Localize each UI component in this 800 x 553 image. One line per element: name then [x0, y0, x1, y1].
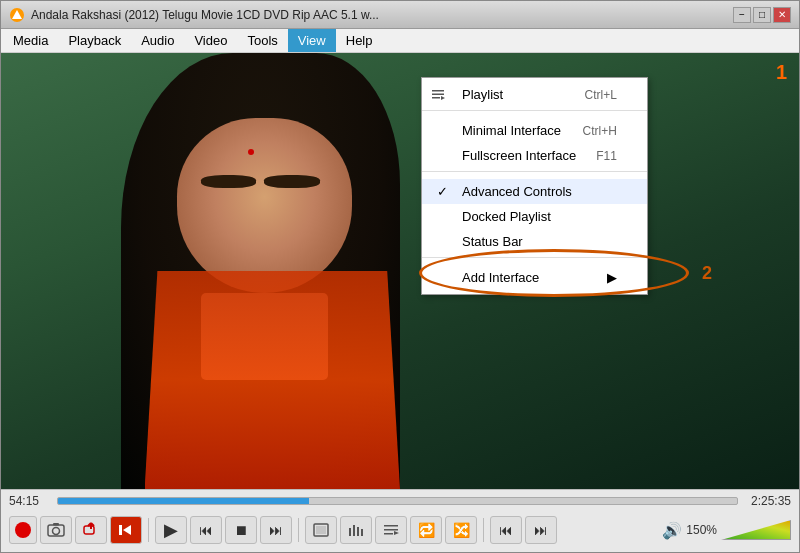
svg-rect-23 [384, 529, 398, 531]
menu-video[interactable]: Video [184, 29, 237, 52]
vlc-icon [9, 7, 25, 23]
submenu-arrow-icon: ▶ [607, 270, 617, 285]
window-title: Andala Rakshasi (2012) Telugu Movie 1CD … [31, 8, 733, 22]
svg-point-8 [53, 528, 60, 535]
volume-bar[interactable] [721, 520, 791, 540]
vlc-window: Andala Rakshasi (2012) Telugu Movie 1CD … [0, 0, 800, 553]
menu-item-status-bar[interactable]: Status Bar [422, 229, 647, 254]
equalizer-button[interactable] [340, 516, 372, 544]
svg-rect-5 [432, 97, 440, 99]
menu-separator-2 [422, 171, 647, 176]
prev-media-button[interactable]: ⏮ [490, 516, 522, 544]
svg-marker-25 [394, 531, 399, 535]
menu-playback[interactable]: Playback [58, 29, 131, 52]
progress-row: 54:15 2:25:35 [9, 494, 791, 508]
top-buttons-row: ▶ ⏮ ⏹ ⏭ [9, 512, 791, 548]
advanced-controls-checkmark: ✓ [437, 184, 448, 199]
menu-item-minimal[interactable]: Minimal Interface Ctrl+H [422, 118, 647, 143]
fullscreen-button[interactable] [305, 516, 337, 544]
menu-view[interactable]: View [288, 29, 336, 52]
frame-back-icon [117, 522, 135, 538]
advanced-controls-label: Advanced Controls [462, 184, 572, 199]
menu-separator-3 [422, 257, 647, 262]
menu-item-advanced-controls[interactable]: ✓ Advanced Controls [422, 179, 647, 204]
playlist-toggle-icon [382, 522, 400, 538]
record-icon [15, 522, 31, 538]
fullscreen-label: Fullscreen Interface [462, 148, 576, 163]
menu-tools[interactable]: Tools [237, 29, 287, 52]
playlist-toggle-button[interactable] [375, 516, 407, 544]
svg-rect-17 [316, 526, 326, 534]
svg-rect-19 [353, 525, 355, 536]
controls-area: 54:15 2:25:35 [1, 489, 799, 552]
main-content: 1 Playlist Ctrl+L Minimal Interfa [1, 53, 799, 489]
svg-rect-4 [432, 93, 444, 95]
svg-rect-3 [432, 90, 444, 92]
separator-2 [298, 518, 299, 542]
stop-button[interactable]: ⏹ [225, 516, 257, 544]
svg-rect-20 [357, 527, 359, 536]
loop-button[interactable] [75, 516, 107, 544]
maximize-button[interactable]: □ [753, 7, 771, 23]
step1-annotation: 1 [776, 61, 787, 84]
video-background [1, 53, 799, 489]
video-area[interactable]: 1 [1, 53, 799, 489]
current-time: 54:15 [9, 494, 49, 508]
prev-button[interactable]: ⏮ [190, 516, 222, 544]
playlist-label: Playlist [462, 87, 503, 102]
svg-rect-2 [14, 17, 20, 19]
close-button[interactable]: ✕ [773, 7, 791, 23]
loop-icon [82, 522, 100, 538]
progress-fill [58, 498, 309, 504]
fullscreen-icon [312, 522, 330, 538]
next-media-button[interactable]: ⏭ [525, 516, 557, 544]
end-time: 2:25:35 [746, 494, 791, 508]
next-button[interactable]: ⏭ [260, 516, 292, 544]
shuffle-button[interactable]: 🔀 [445, 516, 477, 544]
menu-media[interactable]: Media [3, 29, 58, 52]
equalizer-icon [347, 522, 365, 538]
svg-rect-24 [384, 533, 393, 535]
docked-playlist-label: Docked Playlist [462, 209, 551, 224]
minimize-button[interactable]: − [733, 7, 751, 23]
menu-audio[interactable]: Audio [131, 29, 184, 52]
record-button[interactable] [9, 516, 37, 544]
svg-marker-15 [123, 525, 131, 535]
status-bar-label: Status Bar [462, 234, 523, 249]
title-bar: Andala Rakshasi (2012) Telugu Movie 1CD … [1, 1, 799, 29]
separator-1 [148, 518, 149, 542]
svg-rect-21 [361, 529, 363, 536]
menu-item-fullscreen[interactable]: Fullscreen Interface F11 [422, 143, 647, 168]
minimal-shortcut: Ctrl+H [583, 124, 617, 138]
snapshot-button[interactable] [40, 516, 72, 544]
separator-3 [483, 518, 484, 542]
loop2-button[interactable]: 🔁 [410, 516, 442, 544]
menu-help[interactable]: Help [336, 29, 383, 52]
minimal-label: Minimal Interface [462, 123, 561, 138]
svg-rect-10 [84, 526, 94, 534]
menu-separator-1 [422, 110, 647, 115]
svg-rect-9 [53, 523, 59, 526]
svg-marker-6 [441, 96, 445, 100]
window-controls: − □ ✕ [733, 7, 791, 23]
playlist-shortcut: Ctrl+L [585, 88, 617, 102]
view-dropdown-menu: Playlist Ctrl+L Minimal Interface Ctrl+H… [421, 77, 648, 295]
snapshot-icon [47, 522, 65, 538]
volume-label: 150% [686, 523, 717, 537]
menu-item-playlist[interactable]: Playlist Ctrl+L [422, 82, 647, 107]
progress-bar[interactable] [57, 497, 738, 505]
menu-item-docked-playlist[interactable]: Docked Playlist [422, 204, 647, 229]
playlist-icon [428, 88, 448, 102]
menu-item-add-interface[interactable]: Add Interface ▶ [422, 265, 647, 290]
volume-icon: 🔊 [662, 521, 682, 540]
svg-rect-18 [349, 528, 351, 536]
frame-back-button[interactable] [110, 516, 142, 544]
menu-bar: Media Playback Audio Video Tools View He… [1, 29, 799, 53]
fullscreen-shortcut: F11 [596, 149, 617, 163]
svg-rect-14 [119, 525, 122, 535]
play-button[interactable]: ▶ [155, 516, 187, 544]
svg-rect-22 [384, 525, 398, 527]
add-interface-label: Add Interface [462, 270, 539, 285]
volume-section: 🔊 150% [662, 520, 791, 540]
